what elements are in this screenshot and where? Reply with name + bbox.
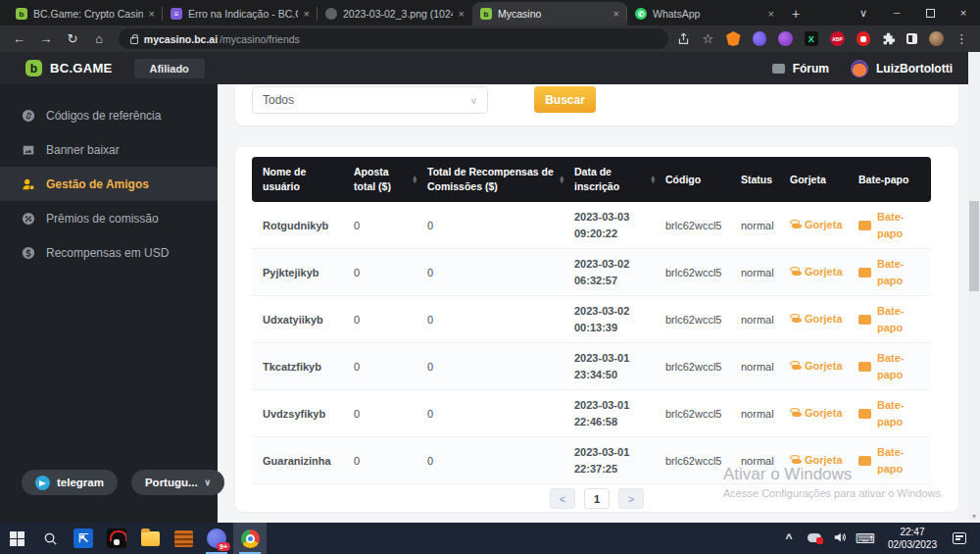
cell-date: 2023-03-0200:13:39 — [564, 296, 655, 343]
user-avatar[interactable] — [851, 60, 868, 77]
taskbar-clock[interactable]: 22:47 02/03/2023 — [880, 526, 945, 551]
pagination-page-1[interactable]: 1 — [584, 488, 610, 509]
minimize-button[interactable] — [880, 0, 913, 25]
browser-menu-icon[interactable] — [952, 28, 972, 50]
tab-erro-indicacao[interactable]: ≡ Erro na Indicação - BC.Game — [163, 2, 318, 25]
window-controls — [847, 0, 980, 25]
tip-link[interactable]: Gorjeta — [790, 266, 843, 277]
taskbar-search-button[interactable] — [33, 523, 67, 554]
table-row: Pyjktejikyb 0 0 2023-03-0206:32:57 brlc6… — [252, 249, 931, 296]
tab-close-icon[interactable] — [613, 8, 619, 20]
volume-icon[interactable] — [829, 530, 851, 547]
cell-code: brlc62wccl5 — [655, 249, 730, 296]
cell-username: Pyjktejikyb — [252, 249, 343, 296]
bcgame-logo-icon[interactable]: b — [25, 60, 42, 76]
tab-close-icon[interactable] — [304, 8, 310, 20]
sidebar-item-premios-de-comissao[interactable]: Prêmios de comissão — [0, 201, 218, 235]
col-bet-total[interactable]: Aposta total ($) — [343, 157, 416, 202]
link-icon — [22, 109, 35, 123]
watermark-line1: Ativar o Windows — [723, 465, 944, 484]
back-button[interactable] — [8, 28, 30, 50]
url-path: /mycasino/friends — [220, 33, 300, 45]
language-selector[interactable]: Portugu... — [131, 470, 224, 495]
coins-icon — [790, 361, 800, 371]
chat-link[interactable]: Bate-papo — [858, 397, 931, 429]
site-logo-text[interactable]: BC.GAME — [50, 61, 113, 76]
search-button[interactable]: Buscar — [534, 86, 596, 113]
touch-keyboard-icon[interactable] — [855, 530, 876, 546]
adblock-plus-extension-icon[interactable]: ABP — [830, 31, 845, 46]
sidebar-item-banner-baixar[interactable]: Banner baixar — [0, 132, 218, 167]
chat-link[interactable]: Bate-papo — [858, 303, 931, 335]
tip-link[interactable]: Gorjeta — [790, 407, 843, 419]
tab-png-image[interactable]: 2023-03-02_3.png (1024×76 — [318, 2, 472, 25]
url-omnibox[interactable]: mycasino.bc.ai /mycasino/friends — [119, 28, 669, 49]
user-name[interactable]: LuizBortolotti — [876, 62, 953, 76]
purple-flame-extension-icon[interactable] — [778, 31, 793, 46]
screen-recorder-tray-icon[interactable] — [804, 531, 825, 545]
side-panel-icon[interactable] — [906, 33, 917, 44]
cell-bet: 0 — [343, 343, 416, 390]
close-window-button[interactable] — [947, 0, 980, 25]
telegram-button[interactable]: telegram — [22, 470, 118, 495]
tab-close-icon[interactable] — [768, 8, 774, 20]
system-tray: 22:47 02/03/2023 — [778, 526, 980, 551]
sort-icon[interactable] — [651, 176, 655, 183]
tray-expand-icon[interactable] — [778, 531, 800, 545]
red-blocker-extension-icon[interactable] — [857, 31, 871, 46]
sidebar-item-recompensas-usd[interactable]: Recompensas em USD — [0, 235, 218, 270]
action-center-icon[interactable] — [953, 532, 966, 544]
sidebar-item-gestao-de-amigos[interactable]: Gestão de Amigos — [0, 167, 218, 201]
scrollbar-thumb[interactable] — [969, 201, 979, 291]
x-extension-icon[interactable]: X — [805, 31, 819, 46]
tab-whatsapp[interactable]: ✆ WhatsApp — [627, 2, 782, 25]
purple-extension-icon[interactable] — [753, 31, 767, 46]
profile-avatar-icon[interactable] — [929, 31, 944, 46]
taskbar-game-app[interactable] — [100, 523, 133, 554]
forum-link[interactable]: Fórum — [793, 62, 829, 76]
metamask-extension-icon[interactable] — [726, 31, 741, 46]
start-button[interactable] — [0, 523, 33, 554]
home-button[interactable] — [88, 28, 111, 50]
taskbar-stripes-app[interactable] — [167, 523, 200, 554]
tip-link[interactable]: Gorjeta — [790, 360, 843, 372]
tip-link[interactable]: Gorjeta — [790, 219, 843, 230]
bookmark-star-icon[interactable] — [698, 28, 718, 50]
cell-status: normal — [730, 390, 779, 437]
chat-link[interactable]: Bate-papo — [858, 350, 931, 382]
new-tab-button[interactable] — [792, 6, 800, 22]
web-page: b BC.GAME Afiliado Fórum LuizBortolotti … — [0, 52, 980, 523]
taskbar-file-explorer[interactable] — [133, 523, 167, 554]
tab-close-icon[interactable] — [459, 8, 465, 20]
extensions-puzzle-icon[interactable] — [878, 28, 899, 50]
chrome-icon — [241, 529, 260, 548]
cell-rewards: 0 — [416, 202, 564, 249]
pagination-next-button[interactable]: > — [618, 488, 644, 509]
maximize-button[interactable] — [913, 0, 947, 25]
col-rewards[interactable]: Total de Recompensas de Comissões ($) — [416, 157, 564, 202]
chat-link[interactable]: Bate-papo — [858, 209, 931, 241]
reload-button[interactable] — [61, 28, 83, 50]
cell-rewards: 0 — [416, 343, 564, 390]
friend-filter-select[interactable]: Todos — [252, 86, 488, 114]
taskbar-chrome[interactable] — [233, 523, 267, 554]
pagination-prev-button[interactable]: < — [550, 488, 575, 509]
sidebar-item-codigos-referencia[interactable]: Códigos de referência — [0, 98, 218, 132]
clock-time: 22:47 — [888, 526, 937, 538]
tab-mycasino-active[interactable]: b Mycasino — [472, 2, 627, 25]
sort-icon[interactable] — [413, 176, 416, 183]
tab-bcgame-casino[interactable]: b BC.Game: Crypto Casino Gam — [8, 2, 163, 25]
scrollbar-down-arrow-icon[interactable] — [968, 512, 980, 521]
tab-search-chevron-icon[interactable] — [847, 0, 880, 25]
share-icon[interactable] — [672, 28, 693, 50]
forward-button[interactable] — [34, 28, 57, 50]
tab-close-icon[interactable] — [149, 8, 155, 20]
tip-link[interactable]: Gorjeta — [790, 313, 843, 325]
sort-icon[interactable] — [560, 176, 564, 183]
chat-link[interactable]: Bate-papo — [858, 256, 931, 288]
col-date[interactable]: Data de inscrição — [564, 157, 655, 202]
taskbar-anydesk-app[interactable]: ⇱ — [67, 523, 100, 554]
afiliado-button[interactable]: Afiliado — [134, 59, 205, 78]
scrollbar[interactable] — [968, 52, 980, 523]
taskbar-chat-app[interactable]: 9+ — [200, 523, 233, 554]
